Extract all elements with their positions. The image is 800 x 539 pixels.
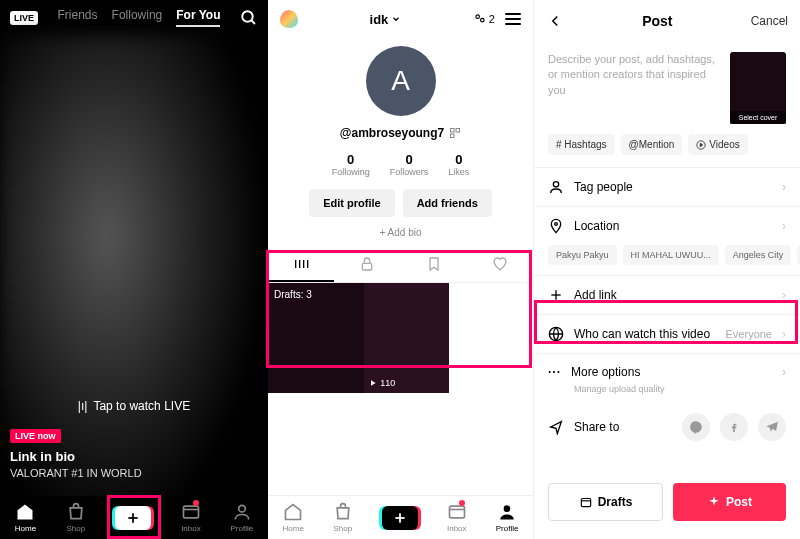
bottom-nav: Home Shop Inbox Profile	[0, 496, 268, 539]
bottom-nav-2: Home Shop Inbox Profile	[268, 495, 533, 539]
tag-people-row[interactable]: Tag people ›	[534, 167, 800, 206]
profile-buttons: Edit profile Add friends	[268, 189, 533, 217]
location-icon	[548, 218, 564, 234]
heart-icon	[492, 256, 508, 272]
menu-icon[interactable]	[505, 13, 521, 25]
easter-egg-icon[interactable]	[280, 10, 298, 28]
svg-rect-8	[451, 129, 455, 133]
cover-thumbnail[interactable]: Select cover	[730, 52, 786, 124]
location-chip[interactable]: Angeles City	[725, 245, 792, 265]
create-button[interactable]	[115, 506, 151, 530]
location-chip[interactable]: Pakyu Pakyu	[548, 245, 617, 265]
bookmark-icon	[426, 256, 442, 272]
drafts-icon	[579, 495, 593, 509]
tab-liked[interactable]	[467, 248, 533, 282]
create-button[interactable]	[382, 506, 418, 530]
tab-private[interactable]	[334, 248, 400, 282]
location-chip[interactable]: HI MAHAL UWUU...	[623, 245, 719, 265]
feed-header: LIVE Friends Following For You	[0, 0, 268, 35]
video-tile[interactable]: 110	[364, 283, 448, 393]
add-link-row[interactable]: Add link ›	[534, 275, 800, 314]
nav-create[interactable]	[115, 506, 151, 530]
live-now-badge: LIVE now	[10, 429, 61, 443]
cancel-link[interactable]: Cancel	[751, 14, 788, 28]
profile-icon	[497, 502, 517, 522]
mention-chip[interactable]: @Mention	[621, 134, 683, 155]
more-icon: ···	[548, 365, 561, 379]
facebook-icon[interactable]	[720, 413, 748, 441]
nav-profile-2[interactable]: Profile	[496, 502, 519, 533]
chevron-right-icon: ›	[782, 180, 786, 194]
profile-header: idk 2	[268, 0, 533, 38]
svg-rect-19	[449, 506, 464, 518]
nav-create-2[interactable]	[382, 506, 418, 530]
messenger-icon[interactable]	[682, 413, 710, 441]
chevron-right-icon: ›	[782, 365, 786, 379]
video-subtitle: VALORANT #1 IN WORLD	[10, 467, 258, 479]
svg-line-1	[251, 20, 255, 24]
chevron-right-icon: ›	[782, 327, 786, 341]
tap-to-watch[interactable]: |ı| Tap to watch LIVE	[10, 399, 258, 413]
inbox-icon	[447, 502, 467, 522]
nav-shop-2[interactable]: Shop	[333, 502, 353, 533]
search-icon[interactable]	[240, 9, 258, 27]
nav-inbox[interactable]: Inbox	[181, 502, 201, 533]
drafts-tile[interactable]: Drafts: 3	[268, 283, 364, 393]
tab-friends[interactable]: Friends	[58, 8, 98, 27]
svg-rect-15	[363, 263, 372, 270]
drafts-row: Drafts: 3 110	[268, 283, 533, 393]
home-icon	[283, 502, 303, 522]
tab-saved[interactable]	[401, 248, 467, 282]
live-bars-icon: |ı|	[78, 399, 88, 413]
avatar[interactable]: A	[366, 46, 436, 116]
tab-grid[interactable]	[268, 248, 334, 282]
shop-icon	[66, 502, 86, 522]
tab-foryou[interactable]: For You	[176, 8, 220, 27]
nav-shop[interactable]: Shop	[66, 502, 86, 533]
nav-home-2[interactable]: Home	[282, 502, 303, 533]
stat-followers[interactable]: 0Followers	[390, 152, 429, 177]
shop-icon	[333, 502, 353, 522]
location-suggestions: Pakyu Pakyu HI MAHAL UWUU... Angeles Cit…	[534, 245, 800, 275]
svg-point-23	[553, 182, 558, 187]
post-header: Post Cancel	[534, 0, 800, 42]
post-button[interactable]: Post	[673, 483, 786, 521]
stat-likes[interactable]: 0Likes	[448, 152, 469, 177]
live-badge[interactable]: LIVE	[10, 11, 38, 25]
telegram-icon[interactable]	[758, 413, 786, 441]
share-row: Share to	[534, 402, 800, 452]
home-icon	[15, 502, 35, 522]
share-icon	[548, 419, 564, 435]
post-actions: Drafts Post	[534, 473, 800, 531]
profile-name-dropdown[interactable]: idk	[370, 12, 402, 27]
add-bio-link[interactable]: + Add bio	[268, 227, 533, 238]
chevron-right-icon: ›	[782, 219, 786, 233]
lock-icon	[359, 256, 375, 272]
drafts-button[interactable]: Drafts	[548, 483, 663, 521]
location-row[interactable]: Location ›	[534, 206, 800, 245]
svg-point-24	[555, 223, 558, 226]
nav-profile[interactable]: Profile	[231, 502, 254, 533]
stat-following[interactable]: 0Following	[332, 152, 370, 177]
svg-marker-22	[700, 143, 703, 146]
hashtags-chip[interactable]: # Hashtags	[548, 134, 615, 155]
coins-badge[interactable]: 2	[473, 12, 495, 26]
inbox-icon	[181, 502, 201, 522]
play-count: 110	[369, 378, 395, 388]
back-icon[interactable]	[546, 12, 564, 30]
post-title: Post	[642, 13, 672, 29]
svg-point-0	[242, 11, 253, 22]
add-friends-button[interactable]: Add friends	[403, 189, 492, 217]
feed-tabs: Friends Following For You	[52, 8, 226, 27]
tab-following[interactable]: Following	[112, 8, 163, 27]
nav-home[interactable]: Home	[15, 502, 36, 533]
sparkle-icon	[707, 495, 721, 509]
compose-chips: # Hashtags @Mention Videos	[534, 134, 800, 167]
description-input[interactable]: Describe your post, add hashtags, or men…	[548, 52, 720, 124]
nav-inbox-2[interactable]: Inbox	[447, 502, 467, 533]
edit-profile-button[interactable]: Edit profile	[309, 189, 394, 217]
privacy-row[interactable]: Who can watch this video Everyone ›	[534, 314, 800, 353]
svg-rect-4	[183, 506, 198, 518]
qr-icon[interactable]	[449, 127, 461, 139]
videos-chip[interactable]: Videos	[688, 134, 747, 155]
